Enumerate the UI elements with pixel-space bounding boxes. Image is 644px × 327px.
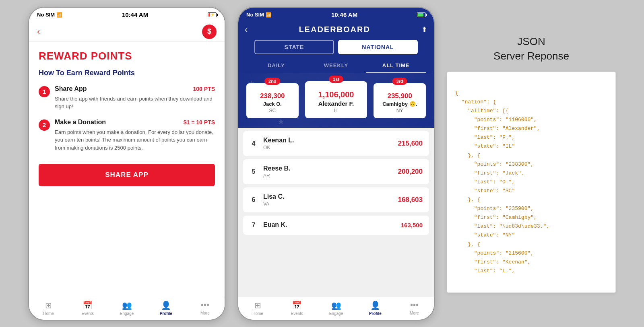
star-4: ★ [277,117,285,126]
tab-events-2[interactable]: 📅 Events [277,300,316,316]
tab-profile-2[interactable]: 👤 Profile [356,300,395,316]
earn-desc-1: Share the app with friends and earn poin… [55,95,215,111]
profile-icon-2: 👤 [370,300,380,310]
events-icon-1: 📅 [83,300,93,310]
state-1st: IL [311,108,362,113]
lb-podium: ★ ★ ★ ★ ★ ★ ★ 2nd 238,300 Jack O. SC 1st… [238,73,434,128]
json-content-box: { "nation": { "alltime": [{ "points": "1… [447,72,616,293]
tab-engage-2[interactable]: 👥 Engage [316,300,355,316]
share-app-button[interactable]: SHARE APP [39,164,215,186]
page-wrapper: No SIM 📶 10:44 AM ⚡ ‹ $ REWARD POINTS Ho… [0,0,644,327]
name-area-5: Reese B. AR [263,165,392,179]
status-left-1: No SIM 📶 [37,12,62,18]
tab-bar-2: ⊞ Home 📅 Events 👥 Engage 👤 Profile ••• M… [238,297,434,320]
lb-title: LEADERBOARD [299,25,370,34]
lb-tabs: DAILY WEEKLY ALL TIME [238,59,434,73]
events-icon-2: 📅 [292,300,302,310]
tab-profile-1[interactable]: 👤 Profile [147,300,186,316]
back-button-1[interactable]: ‹ [37,27,40,37]
time-1: 10:44 AM [122,11,148,18]
tab-label-profile-2: Profile [369,311,382,316]
name-area-4: Keenan L. OK [263,137,392,150]
dollar-button[interactable]: $ [202,25,217,39]
points-2nd: 238,300 [252,92,293,100]
tab-daily[interactable]: DAILY [246,59,306,73]
tab-label-home-1: Home [43,311,54,316]
earn-item-1: 1 Share App 100 PTS Share the app with f… [39,85,215,111]
name-5: Reese B. [263,165,392,172]
earn-name-2: Make a Donation [55,119,106,126]
tab-home-2[interactable]: ⊞ Home [238,300,277,316]
tab-label-events-2: Events [291,311,303,316]
lb-back-button[interactable]: ‹ [245,25,248,35]
tab-label-engage-2: Engage [329,311,343,316]
score-5: 200,200 [398,168,423,176]
wifi-icon-1: 📶 [56,12,62,18]
more-icon-1: ••• [201,300,209,310]
list-item-4: 4 Keenan L. OK 215,600 [243,131,429,156]
tab-label-more-2: More [410,311,419,315]
json-panel: JSON Server Reponse { "nation": { "allti… [447,34,616,293]
tab-label-profile-1: Profile [160,311,172,316]
tab-bar-1: ⊞ Home 📅 Events 👥 Engage 👤 Profile ••• M… [29,297,225,320]
podium-third: 3rd 235,900 Camhigby 🙃. NY [374,83,426,118]
name-area-6: Lisa C. VA [263,193,392,207]
tab-home-1[interactable]: ⊞ Home [29,300,68,316]
tab-events-1[interactable]: 📅 Events [68,300,107,316]
rank-4: 4 [250,140,258,147]
carrier-2: No SIM [246,12,264,18]
lb-list: 4 Keenan L. OK 215,600 5 Reese B. AR 200… [238,128,434,297]
profile-icon-1: 👤 [161,300,171,310]
tab-more-1[interactable]: ••• More [186,300,225,316]
podium-first: 1st 1,106,000 Alexander F. IL [305,81,367,118]
engage-icon-2: 👥 [331,300,341,310]
toggle-state[interactable]: STATE [254,40,334,54]
state-3rd: NY [379,108,420,113]
nav-bar-1: ‹ $ [29,22,225,42]
earn-pts-1: 100 PTS [193,86,215,92]
tab-label-home-2: Home [252,311,263,316]
status-right-2 [417,12,426,17]
name-4: Keenan L. [263,137,392,144]
score-7: 163,500 [401,222,423,228]
engage-icon-1: 👥 [122,300,132,310]
tab-weekly[interactable]: WEEKLY [306,59,366,73]
tab-alltime[interactable]: ALL TIME [366,59,426,73]
toggle-national[interactable]: NATIONAL [338,40,418,54]
rank-3rd: 3rd [392,78,407,85]
phone-screen-1: No SIM 📶 10:44 AM ⚡ ‹ $ REWARD POINTS Ho… [28,7,225,321]
list-item-6: 6 Lisa C. VA 168,603 [243,187,429,212]
earn-item-2: 2 Make a Donation $1 = 10 PTS Earn point… [39,119,215,152]
status-left-2: No SIM 📶 [246,12,272,18]
name-area-7: Euan K. [263,221,395,229]
earn-name-1: Share App [55,85,87,93]
rank-7: 7 [250,222,258,229]
reward-title: REWARD POINTS [39,50,215,62]
status-right-1: ⚡ [208,12,217,17]
lb-toggle: STATE NATIONAL [238,40,434,59]
lb-share-button[interactable]: ⬆ [421,25,427,34]
name-2nd: Jack O. [252,101,293,107]
list-item-7: 7 Euan K. 163,500 [243,216,429,235]
list-item-5: 5 Reese B. AR 200,200 [243,159,429,184]
tab-more-2[interactable]: ••• More [395,300,434,316]
time-2: 10:46 AM [331,11,357,18]
leaderboard-header: ‹ LEADERBOARD ⬆ [238,22,434,40]
carrier-1: No SIM [37,12,55,18]
earn-number-1: 1 [39,86,50,97]
tab-label-engage-1: Engage [120,311,134,316]
name-3rd: Camhigby 🙃. [379,101,420,107]
points-1st: 1,106,000 [311,90,362,99]
tab-engage-1[interactable]: 👥 Engage [107,300,146,316]
json-title: JSON Server Reponse [493,34,569,64]
home-icon-2: ⊞ [254,300,261,310]
state-6: VA [263,201,392,207]
earn-body-2: Make a Donation $1 = 10 PTS Earn points … [55,119,215,152]
rank-5: 5 [250,168,258,175]
earn-body-1: Share App 100 PTS Share the app with fri… [55,85,215,111]
state-2nd: SC [252,108,293,113]
wifi-icon-2: 📶 [266,12,272,18]
status-bar-2: No SIM 📶 10:46 AM [238,8,434,22]
name-6: Lisa C. [263,193,392,200]
battery-icon-1: ⚡ [208,12,217,17]
